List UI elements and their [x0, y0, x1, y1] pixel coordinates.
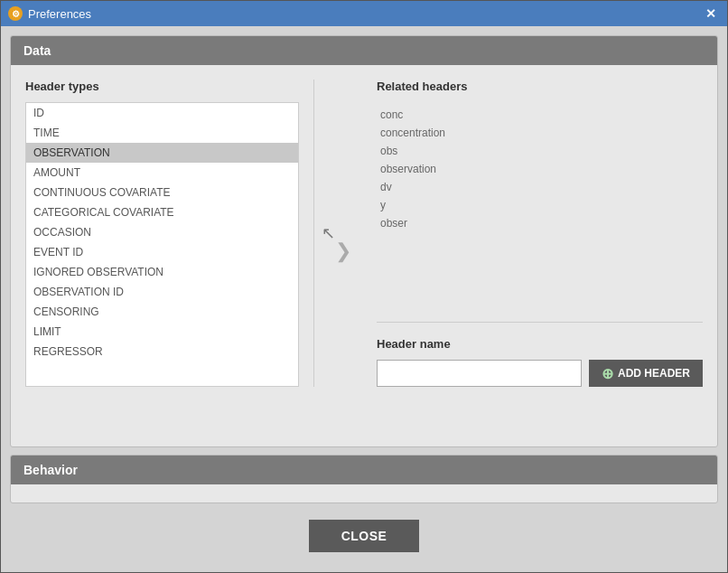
- related-item-concentration: concentration: [377, 124, 703, 142]
- data-section-header: Data: [11, 36, 717, 65]
- list-item-id[interactable]: ID: [26, 103, 298, 123]
- divider: [377, 322, 703, 323]
- list-item-time[interactable]: TIME: [26, 123, 298, 143]
- title-bar-close-button[interactable]: ✕: [702, 5, 720, 22]
- list-item-regressor[interactable]: REGRESSOR: [26, 342, 298, 362]
- add-icon: ⊕: [602, 365, 613, 382]
- list-item-observation[interactable]: OBSERVATION: [26, 143, 298, 163]
- related-item-obs: obs: [377, 142, 703, 160]
- header-types-panel: Header types ID TIME OBSERVATION AMOUNT …: [25, 80, 314, 387]
- data-section-content: Header types ID TIME OBSERVATION AMOUNT …: [11, 65, 717, 401]
- list-item-continuous-covariate[interactable]: CONTINUOUS COVARIATE: [26, 183, 298, 202]
- related-headers-panel: Related headers conc concentration obs o…: [359, 80, 703, 387]
- add-header-button[interactable]: ⊕ ADD HEADER: [589, 360, 703, 387]
- preferences-dialog: ⚙ Preferences ✕ Data Header types ID TIM…: [0, 0, 728, 573]
- header-name-input[interactable]: [377, 360, 582, 387]
- behavior-section-content: [11, 484, 717, 503]
- header-types-list[interactable]: ID TIME OBSERVATION AMOUNT CONTINUOUS CO…: [25, 102, 299, 387]
- behavior-section-header: Behavior: [11, 456, 717, 484]
- list-item-amount[interactable]: AMOUNT: [26, 163, 298, 183]
- list-item-censoring[interactable]: CENSORING: [26, 302, 298, 322]
- add-header-label: ADD HEADER: [618, 367, 690, 380]
- list-item-event-id[interactable]: EVENT ID: [26, 242, 298, 262]
- cursor-icon: ↖: [322, 223, 335, 243]
- related-item-dv: dv: [377, 178, 703, 196]
- behavior-section: Behavior: [10, 455, 718, 503]
- close-dialog-button[interactable]: CLOSE: [309, 520, 420, 552]
- list-item-limit[interactable]: LIMIT: [26, 322, 298, 342]
- bottom-actions: CLOSE: [10, 511, 718, 563]
- related-item-y: y: [377, 196, 703, 214]
- list-item-categorical-covariate[interactable]: CATEGORICAL COVARIATE: [26, 202, 298, 222]
- app-icon: ⚙: [8, 6, 23, 21]
- dialog-body: Data Header types ID TIME OBSERVATION AM…: [1, 26, 727, 572]
- related-item-observation: observation: [377, 160, 703, 178]
- header-name-row: ⊕ ADD HEADER: [377, 360, 703, 387]
- related-headers-list: conc concentration obs observation dv y …: [377, 102, 703, 315]
- header-name-label: Header name: [377, 337, 703, 351]
- related-item-obser: obser: [377, 214, 703, 232]
- list-item-ignored-observation[interactable]: IGNORED OBSERVATION: [26, 262, 298, 282]
- title-bar: ⚙ Preferences ✕: [1, 1, 727, 26]
- related-item-conc: conc: [377, 106, 703, 124]
- header-types-label: Header types: [25, 80, 299, 93]
- related-headers-label: Related headers: [377, 80, 703, 93]
- right-arrow-icon: ❯: [335, 240, 351, 263]
- title-bar-left: ⚙ Preferences: [8, 6, 91, 21]
- data-section: Data Header types ID TIME OBSERVATION AM…: [10, 35, 718, 447]
- list-item-observation-id[interactable]: OBSERVATION ID: [26, 282, 298, 302]
- data-two-col: Header types ID TIME OBSERVATION AMOUNT …: [25, 80, 703, 387]
- header-name-section: Header name ⊕ ADD HEADER: [377, 337, 703, 387]
- list-item-occasion[interactable]: OCCASION: [26, 222, 298, 242]
- arrow-area: ↖ ❯: [314, 223, 359, 279]
- dialog-title: Preferences: [28, 7, 91, 21]
